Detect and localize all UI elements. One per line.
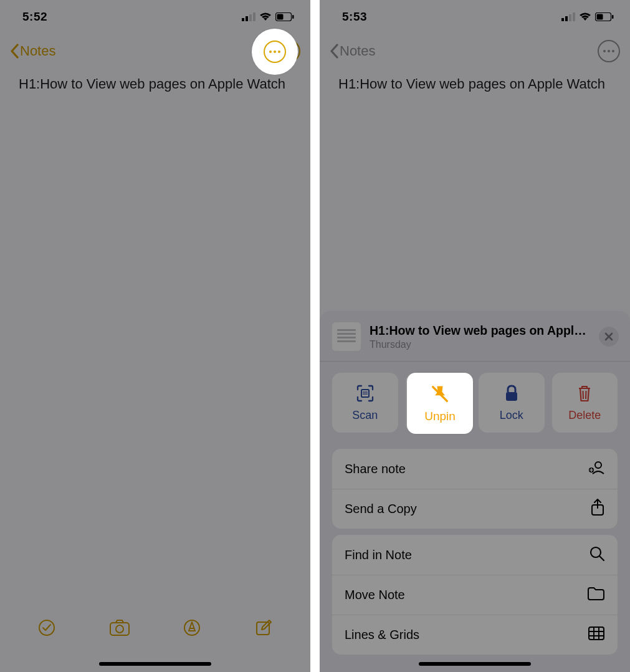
menu-group-2: Find in Note Move Note Lines & Grids bbox=[332, 535, 618, 655]
share-note-item[interactable]: Share note bbox=[332, 449, 618, 489]
grid-icon bbox=[588, 626, 605, 644]
note-text: H1:How to View web pages on Apple Watch bbox=[19, 75, 292, 94]
svg-point-9 bbox=[116, 625, 123, 633]
scan-icon bbox=[356, 384, 375, 403]
scan-button[interactable]: Scan bbox=[332, 373, 398, 433]
note-text: H1:How to View web pages on Apple Watch bbox=[338, 75, 611, 94]
battery-icon bbox=[275, 12, 294, 21]
send-copy-item[interactable]: Send a Copy bbox=[332, 489, 618, 529]
svg-rect-16 bbox=[573, 12, 575, 21]
svg-rect-14 bbox=[565, 16, 568, 21]
action-button-row: Scan Unpin Lock Delete bbox=[320, 362, 630, 443]
back-button[interactable]: Notes bbox=[10, 43, 55, 59]
status-time: 5:52 bbox=[22, 10, 47, 24]
lock-icon bbox=[504, 384, 520, 403]
action-sheet: H1:How to View web pages on Apple W... T… bbox=[320, 311, 630, 672]
chevron-left-icon bbox=[10, 44, 19, 59]
checklist-icon[interactable] bbox=[37, 618, 56, 640]
svg-line-25 bbox=[583, 391, 584, 399]
highlight-unpin-button: Unpin bbox=[407, 373, 473, 434]
status-icons bbox=[561, 12, 614, 21]
chevron-left-icon bbox=[330, 44, 338, 59]
home-indicator[interactable] bbox=[419, 662, 531, 666]
svg-point-27 bbox=[595, 462, 601, 468]
close-icon bbox=[604, 332, 613, 341]
lock-button[interactable]: Lock bbox=[479, 373, 545, 433]
close-button[interactable] bbox=[599, 327, 619, 347]
svg-rect-6 bbox=[292, 15, 294, 19]
back-button[interactable]: Notes bbox=[330, 43, 375, 59]
home-indicator[interactable] bbox=[99, 662, 211, 666]
search-icon bbox=[589, 545, 605, 565]
svg-rect-34 bbox=[589, 627, 604, 640]
lock-label: Lock bbox=[500, 409, 523, 422]
svg-rect-20 bbox=[361, 390, 369, 397]
scan-label: Scan bbox=[352, 409, 378, 422]
camera-icon[interactable] bbox=[109, 619, 130, 639]
svg-rect-24 bbox=[506, 392, 517, 401]
compose-icon[interactable] bbox=[254, 618, 273, 640]
svg-line-26 bbox=[586, 391, 586, 399]
note-thumbnail-icon bbox=[332, 322, 361, 351]
svg-rect-12 bbox=[257, 622, 269, 635]
delete-label: Delete bbox=[568, 409, 601, 422]
sheet-header: H1:How to View web pages on Apple W... T… bbox=[320, 311, 630, 361]
svg-rect-3 bbox=[253, 12, 255, 21]
sheet-subtitle: Thursday bbox=[370, 339, 590, 350]
markup-icon[interactable] bbox=[183, 618, 201, 640]
status-time: 5:53 bbox=[342, 10, 367, 24]
cellular-icon bbox=[561, 12, 575, 21]
share-note-label: Share note bbox=[345, 462, 406, 476]
svg-rect-1 bbox=[246, 16, 248, 21]
cellular-icon bbox=[242, 12, 255, 21]
find-in-note-item[interactable]: Find in Note bbox=[332, 535, 618, 575]
ellipsis-icon bbox=[269, 50, 280, 53]
status-icons bbox=[242, 12, 294, 21]
svg-rect-2 bbox=[249, 14, 252, 21]
svg-rect-5 bbox=[277, 14, 284, 20]
nav-bar: Notes bbox=[320, 34, 630, 69]
svg-rect-15 bbox=[569, 14, 571, 21]
right-screenshot: 5:53 Notes H1:How to View web pages on A… bbox=[320, 0, 630, 672]
send-copy-label: Send a Copy bbox=[345, 502, 417, 516]
delete-button[interactable]: Delete bbox=[552, 373, 618, 433]
move-note-label: Move Note bbox=[345, 588, 405, 602]
back-label: Notes bbox=[20, 43, 55, 59]
lines-grids-item[interactable]: Lines & Grids bbox=[332, 615, 618, 655]
left-screenshot: 5:52 Notes H1:How to View web pages on A… bbox=[0, 0, 310, 672]
unpin-icon bbox=[429, 383, 451, 405]
svg-rect-19 bbox=[612, 15, 614, 19]
move-note-item[interactable]: Move Note bbox=[332, 575, 618, 615]
highlight-more-button bbox=[252, 29, 298, 75]
ellipsis-icon bbox=[603, 50, 614, 52]
battery-icon bbox=[595, 12, 614, 21]
menu-group-1: Share note Send a Copy bbox=[332, 449, 618, 529]
lines-grids-label: Lines & Grids bbox=[345, 628, 419, 642]
find-in-note-label: Find in Note bbox=[345, 548, 412, 562]
unpin-label-highlighted: Unpin bbox=[424, 410, 456, 423]
svg-rect-13 bbox=[561, 18, 564, 21]
more-button[interactable] bbox=[598, 40, 620, 62]
note-body[interactable]: H1:How to View web pages on Apple Watch bbox=[320, 75, 630, 94]
bottom-toolbar bbox=[0, 612, 310, 646]
wifi-icon bbox=[259, 12, 272, 21]
svg-rect-18 bbox=[597, 14, 603, 20]
svg-rect-0 bbox=[242, 18, 244, 21]
note-body[interactable]: H1:How to View web pages on Apple Watch bbox=[0, 75, 310, 94]
share-icon bbox=[590, 498, 605, 520]
back-label: Notes bbox=[340, 43, 375, 59]
share-people-icon bbox=[588, 460, 605, 478]
more-button-highlighted[interactable] bbox=[264, 41, 286, 63]
trash-icon bbox=[576, 384, 593, 403]
sheet-title: H1:How to View web pages on Apple W... bbox=[370, 324, 590, 338]
wifi-icon bbox=[579, 12, 591, 21]
folder-icon bbox=[586, 586, 605, 604]
svg-point-7 bbox=[39, 620, 54, 635]
svg-line-33 bbox=[599, 556, 604, 560]
status-bar: 5:52 bbox=[0, 0, 310, 34]
dimming-overlay bbox=[0, 0, 310, 672]
status-bar: 5:53 bbox=[320, 0, 630, 34]
